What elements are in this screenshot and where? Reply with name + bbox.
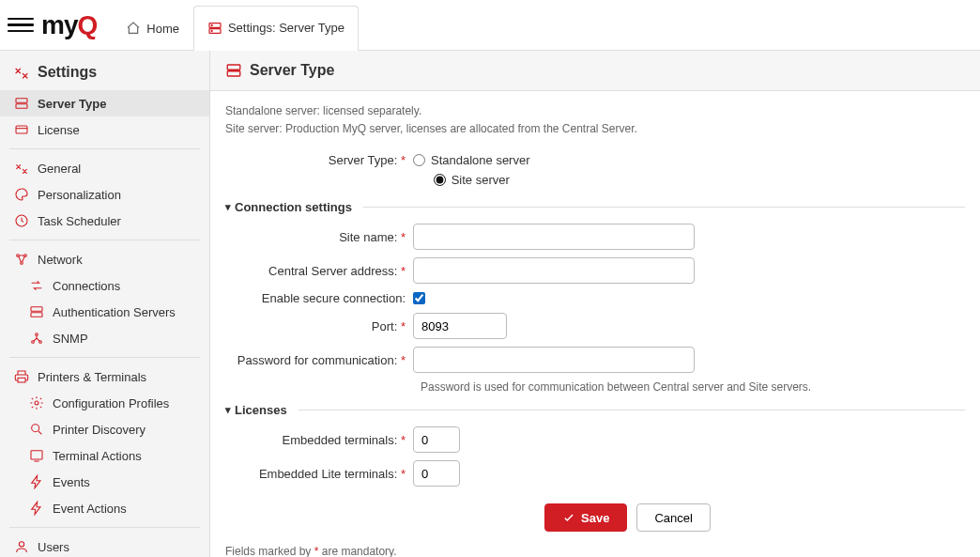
sidebar-item-printers-terminals[interactable]: Printers & Terminals <box>0 364 209 390</box>
svg-rect-12 <box>31 313 42 317</box>
help-line: Site server: Production MyQ server, lice… <box>225 120 965 138</box>
sidebar-item-network[interactable]: Network <box>0 246 209 272</box>
terminal-icon <box>28 448 45 463</box>
sidebar-item-label: Terminal Actions <box>53 449 142 463</box>
sidebar-item-label: Event Actions <box>53 502 127 516</box>
auth-server-icon <box>28 304 45 319</box>
user-icon <box>13 539 30 554</box>
sidebar-item-label: Configuration Profiles <box>53 396 169 410</box>
enable-secure-checkbox[interactable] <box>413 292 425 304</box>
printer-icon <box>13 369 30 384</box>
svg-rect-5 <box>16 104 27 109</box>
sidebar-item-printer-discovery[interactable]: Printer Discovery <box>0 416 209 442</box>
svg-point-2 <box>211 24 212 25</box>
chevron-down-icon: ▾ <box>225 201 231 213</box>
network-icon <box>13 252 30 267</box>
search-printer-icon <box>28 422 45 437</box>
svg-point-18 <box>32 425 39 432</box>
svg-point-17 <box>35 401 38 405</box>
sidebar-item-label: Printer Discovery <box>53 423 145 437</box>
settings-icon <box>13 64 30 81</box>
sidebar-item-events[interactable]: Events <box>0 469 209 495</box>
tab-active-label: Settings: Server Type <box>228 21 345 35</box>
password-hint: Password is used for communication betwe… <box>421 380 965 394</box>
sidebar-item-config-profiles[interactable]: Configuration Profiles <box>0 390 209 416</box>
svg-rect-19 <box>31 451 42 459</box>
tab-home[interactable]: Home <box>112 6 193 51</box>
radio-label: Standalone server <box>431 153 530 167</box>
sidebar-item-users[interactable]: Users <box>0 534 209 557</box>
cancel-button[interactable]: Cancel <box>636 503 710 532</box>
section-title-text: Connection settings <box>235 200 352 214</box>
server-icon <box>207 21 222 36</box>
embedded-lite-input[interactable] <box>413 460 460 487</box>
embedded-terminals-label: Embedded terminals: * <box>225 433 413 447</box>
sidebar-item-terminal-actions[interactable]: Terminal Actions <box>0 442 209 469</box>
sidebar-item-personalization[interactable]: Personalization <box>0 181 209 208</box>
server-icon <box>225 62 242 79</box>
embedded-terminals-input[interactable] <box>413 426 460 453</box>
svg-rect-22 <box>227 71 240 76</box>
sidebar-item-label: Task Scheduler <box>38 214 121 228</box>
sidebar-item-label: SNMP <box>53 332 88 346</box>
svg-point-3 <box>211 30 212 31</box>
svg-rect-6 <box>16 126 27 133</box>
sidebar-item-label: Printers & Terminals <box>38 370 146 384</box>
embedded-lite-label: Embedded Lite terminals: * <box>225 467 413 481</box>
page-title: Server Type <box>210 51 980 91</box>
save-button-label: Save <box>581 511 609 525</box>
site-name-input[interactable] <box>413 224 695 250</box>
svg-point-20 <box>19 542 23 547</box>
footnote: Fields marked by * are mandatory. <box>225 545 965 557</box>
tab-home-label: Home <box>146 22 179 36</box>
sidebar-item-server-type[interactable]: Server Type <box>0 90 209 116</box>
password-input[interactable] <box>413 347 695 373</box>
sidebar-item-event-actions[interactable]: Event Actions <box>0 495 209 521</box>
sidebar-item-task-scheduler[interactable]: Task Scheduler <box>0 208 209 234</box>
tab-settings-server-type[interactable]: Settings: Server Type <box>193 6 359 51</box>
svg-rect-16 <box>18 378 25 382</box>
sidebar: Settings Server Type License General <box>0 51 210 557</box>
section-connection-settings[interactable]: ▾ Connection settings <box>225 200 965 214</box>
save-button[interactable]: Save <box>544 503 627 532</box>
section-licenses[interactable]: ▾ Licenses <box>225 403 965 417</box>
sidebar-item-label: Personalization <box>38 188 121 202</box>
radio-label: Site server <box>452 173 510 187</box>
menu-toggle[interactable] <box>8 12 34 39</box>
radio-standalone[interactable]: Standalone server <box>413 153 530 167</box>
sidebar-item-label: Authentication Servers <box>53 305 176 319</box>
clock-icon <box>13 213 30 228</box>
central-address-input[interactable] <box>413 257 695 284</box>
sidebar-item-label: Server Type <box>38 97 106 111</box>
page-title-text: Server Type <box>250 62 334 79</box>
snmp-icon <box>28 331 45 346</box>
sidebar-item-license[interactable]: License <box>0 116 209 143</box>
sidebar-item-general[interactable]: General <box>0 155 209 181</box>
section-title-text: Licenses <box>235 403 287 417</box>
tools-icon <box>13 161 30 176</box>
svg-rect-21 <box>227 65 240 70</box>
sidebar-item-label: License <box>38 123 80 137</box>
sidebar-item-label: Network <box>38 253 83 267</box>
sidebar-item-auth-servers[interactable]: Authentication Servers <box>0 299 209 325</box>
bolt-icon <box>28 474 45 489</box>
central-address-label: Central Server address: * <box>225 264 413 278</box>
sidebar-item-label: Events <box>53 475 90 489</box>
server-type-label: Server Type: * <box>225 153 413 167</box>
radio-site-server[interactable]: Site server <box>434 173 510 187</box>
sidebar-item-snmp[interactable]: SNMP <box>0 325 209 351</box>
sidebar-item-connections[interactable]: Connections <box>0 272 209 299</box>
site-name-label: Site name: * <box>225 230 413 244</box>
port-input[interactable] <box>413 313 507 339</box>
sidebar-header: Settings <box>0 58 209 90</box>
gear-icon <box>28 395 45 410</box>
palette-icon <box>13 187 30 202</box>
sidebar-item-label: General <box>38 162 81 176</box>
connections-icon <box>28 278 45 293</box>
sidebar-item-label: Users <box>38 540 69 554</box>
bolt-arrow-icon <box>28 501 45 516</box>
port-label: Port: * <box>225 319 413 333</box>
server-icon <box>13 96 30 111</box>
svg-point-13 <box>36 333 38 336</box>
password-label: Password for communication: * <box>225 353 413 367</box>
